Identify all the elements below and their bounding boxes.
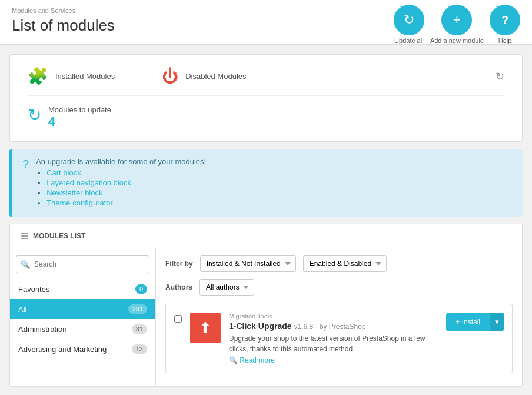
sidebar-item-administration[interactable]: Administration31 <box>10 319 155 339</box>
update-all-button[interactable]: ↻ Update all <box>394 5 424 44</box>
upgrade-modules-list: Cart blockLayered navigation blockNewsle… <box>36 168 206 207</box>
filter-enabled-select[interactable]: Enabled & Disabled <box>303 255 387 272</box>
sidebar-item-all[interactable]: All281 <box>10 299 155 319</box>
sidebar-badge: 13 <box>132 344 147 354</box>
sidebar-item-label: Favorites <box>18 285 49 294</box>
filter-status-select[interactable]: Installed & Not Installed <box>200 255 296 272</box>
update-label: Modules to update <box>48 105 111 114</box>
main-content: Filter by Installed & Not Installed Enab… <box>156 248 522 386</box>
upgrade-text: An upgrade is available for some of your… <box>36 157 206 208</box>
add-module-button[interactable]: + Add a new module <box>430 5 484 44</box>
page-header: Modules and Services List of modules ↻ U… <box>0 0 532 45</box>
disabled-stat: ⏻ Disabled Modules <box>162 67 246 86</box>
sidebar-item-favorites[interactable]: Favorites0 <box>10 279 155 299</box>
sidebar-badge: 0 <box>135 284 147 294</box>
authors-label: Authors <box>165 283 192 291</box>
list-icon: ☰ <box>21 231 28 241</box>
read-more-link[interactable]: 🔍 Read more <box>229 356 275 364</box>
installed-label: Installed Modules <box>55 72 115 81</box>
module-version: v1.6.8 - by PrestaShop <box>294 323 365 331</box>
module-category: Migration Tools <box>229 313 438 320</box>
modules-panel: ☰ MODULES LIST 🔍 Favorites0All281Adminis… <box>9 224 523 387</box>
stat-divider <box>28 95 504 96</box>
search-input[interactable] <box>16 255 149 273</box>
sidebar-item-label: Advertising and Marketing <box>18 345 107 354</box>
upgrade-notice: ? An upgrade is available for some of yo… <box>9 149 523 217</box>
stats-row: 🧩 Installed Modules ⏻ Disabled Modules ↻ <box>28 67 504 86</box>
authors-select[interactable]: All authors <box>200 279 254 296</box>
update-icon: ↻ <box>28 105 41 125</box>
installed-stat: 🧩 Installed Modules <box>28 67 115 86</box>
module-info: Migration Tools 1-Click Upgrade v1.6.8 -… <box>229 313 438 364</box>
modules-items: ⬆ Migration Tools 1-Click Upgrade v1.6.8… <box>165 304 513 373</box>
update-all-icon: ↻ <box>394 5 424 35</box>
authors-row: Authors All authors <box>165 279 513 296</box>
filter-row: Filter by Installed & Not Installed Enab… <box>165 255 513 272</box>
upgrade-module-link[interactable]: Newsletter block <box>46 188 102 197</box>
info-icon: ? <box>22 158 29 171</box>
refresh-icon[interactable]: ↻ <box>496 70 504 83</box>
stats-panel: 🧩 Installed Modules ⏻ Disabled Modules ↻… <box>9 54 523 142</box>
search-box: 🔍 <box>16 255 149 273</box>
module-description: Upgrade your shop to the latest version … <box>229 333 438 354</box>
filter-by-label: Filter by <box>165 260 193 268</box>
sidebar-item-advertising-and-marketing[interactable]: Advertising and Marketing13 <box>10 339 155 359</box>
module-name: 1-Click Upgrade v1.6.8 - by PrestaShop <box>229 321 438 331</box>
update-count: 4 <box>48 114 111 130</box>
module-actions: + Install ▾ <box>446 313 504 331</box>
upgrade-module-link[interactable]: Theme configurator <box>46 198 113 207</box>
disabled-label: Disabled Modules <box>185 72 246 81</box>
upgrade-module-link[interactable]: Layered navigation block <box>46 178 131 187</box>
install-dropdown-button[interactable]: ▾ <box>490 313 504 331</box>
sidebar-item-label: Administration <box>18 325 66 334</box>
sidebar-badge: 281 <box>128 304 147 314</box>
header-actions: ↻ Update all + Add a new module ? Help <box>394 5 520 44</box>
power-icon: ⏻ <box>162 67 178 86</box>
help-button[interactable]: ? Help <box>490 5 520 44</box>
install-button[interactable]: + Install <box>446 313 490 331</box>
help-icon: ? <box>490 5 520 35</box>
add-module-icon: + <box>441 5 472 35</box>
sidebar-items: Favorites0All281Administration31Advertis… <box>10 279 155 359</box>
search-icon: 🔍 <box>21 260 30 269</box>
sidebar: 🔍 Favorites0All281Administration31Advert… <box>10 248 156 386</box>
sidebar-item-label: All <box>18 305 26 314</box>
module-checkbox[interactable] <box>174 315 182 323</box>
sidebar-badge: 31 <box>132 324 147 334</box>
puzzle-icon: 🧩 <box>28 67 48 86</box>
update-section: ↻ Modules to update 4 <box>28 105 504 130</box>
module-logo: ⬆ <box>190 313 221 343</box>
modules-body: 🔍 Favorites0All281Administration31Advert… <box>10 248 522 386</box>
upgrade-module-link[interactable]: Cart block <box>46 168 81 177</box>
modules-panel-header: ☰ MODULES LIST <box>10 224 522 248</box>
module-item: ⬆ Migration Tools 1-Click Upgrade v1.6.8… <box>165 304 513 373</box>
